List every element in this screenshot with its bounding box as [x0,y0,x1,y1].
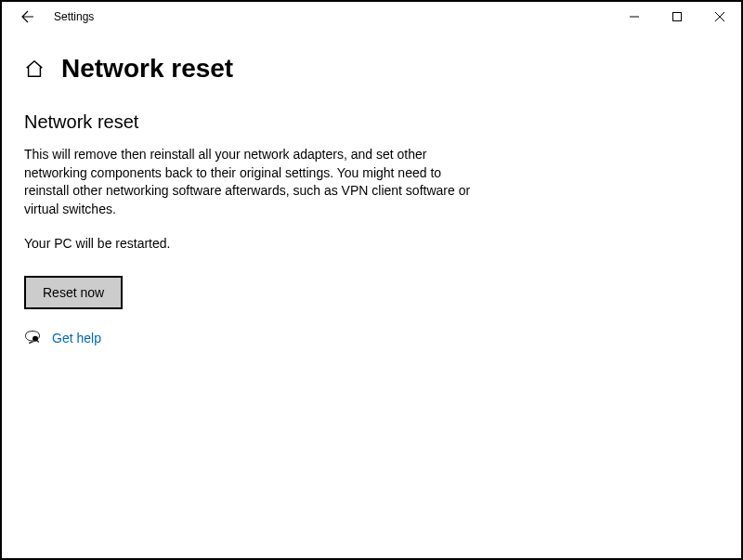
titlebar: Settings [2,2,741,32]
minimize-button[interactable] [613,2,656,32]
get-help-icon [24,330,41,346]
arrow-left-icon [20,9,35,24]
content-area: Network reset This will remove then rein… [2,95,503,346]
close-button[interactable] [698,2,741,32]
page-title: Network reset [61,54,233,84]
minimize-icon [630,12,639,21]
window-title: Settings [54,10,94,23]
svg-rect-1 [673,13,682,21]
reset-now-button[interactable]: Reset now [24,276,123,309]
close-icon [715,12,724,21]
restart-note: Your PC will be restarted. [24,235,481,254]
maximize-button[interactable] [656,2,698,32]
description-text: This will remove then reinstall all your… [24,146,481,218]
svg-line-5 [37,341,39,343]
back-button[interactable] [9,2,46,32]
section-heading: Network reset [24,111,481,133]
help-row: Get help [24,330,481,346]
window-controls [613,2,741,32]
home-icon[interactable] [24,59,45,79]
maximize-icon [672,12,682,21]
page-header: Network reset [2,32,741,95]
get-help-link[interactable]: Get help [52,331,101,345]
